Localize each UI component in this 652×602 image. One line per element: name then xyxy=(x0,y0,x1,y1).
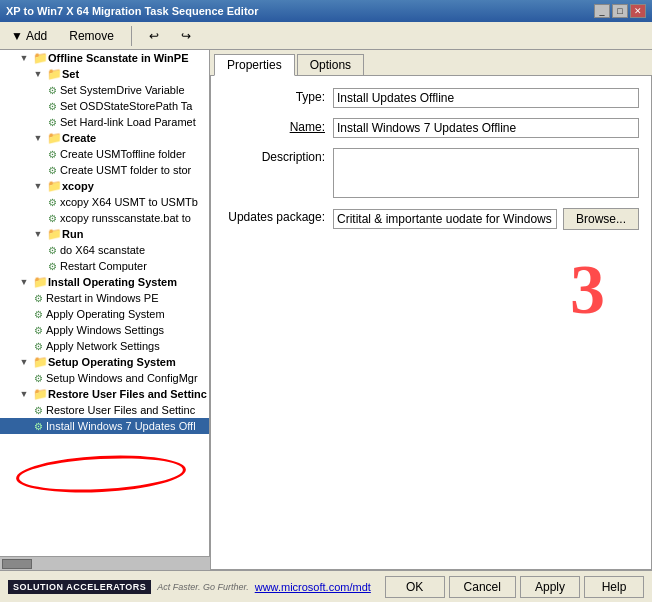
expand-icon: ▼ xyxy=(30,227,46,241)
expand-icon: ▼ xyxy=(30,131,46,145)
folder-icon: 📁 xyxy=(46,67,62,81)
expand-icon: ▼ xyxy=(16,387,32,401)
apply-button[interactable]: Apply xyxy=(520,576,580,598)
minimize-button[interactable]: _ xyxy=(594,4,610,18)
group-label: Offline Scanstate in WinPE xyxy=(48,52,188,64)
tree-item-label: Restore User Files and Settinc xyxy=(46,404,195,416)
tree-item-label: Restart Computer xyxy=(60,260,147,272)
step-icon: ⚙ xyxy=(30,291,46,305)
updates-row: Updates package: Browse... xyxy=(223,208,639,230)
group-set[interactable]: ▼ 📁 Set xyxy=(0,66,209,82)
step-icon: ⚙ xyxy=(44,259,60,273)
description-input[interactable] xyxy=(333,148,639,198)
tree-item-label: Setup Windows and ConfigMgr xyxy=(46,372,198,384)
add-button[interactable]: ▼ Add xyxy=(4,26,54,46)
type-label: Type: xyxy=(223,88,333,104)
tree-item-label: do X64 scanstate xyxy=(60,244,145,256)
redo-icon: ↪ xyxy=(181,29,191,43)
folder-icon: 📁 xyxy=(32,275,48,289)
tree-item-osdstate[interactable]: ⚙ Set OSDStateStorePath Ta xyxy=(0,98,209,114)
updates-input[interactable] xyxy=(333,209,557,229)
description-label: Description: xyxy=(223,148,333,164)
tree-item-restart-pe[interactable]: ⚙ Restart in Windows PE xyxy=(0,290,209,306)
tree-item-label: Create USMToffline folder xyxy=(60,148,186,160)
step-icon: ⚙ xyxy=(44,115,60,129)
undo-button[interactable]: ↩ xyxy=(142,26,166,46)
main-content: ▼ 📁 Offline Scanstate in WinPE ▼ 📁 Set ⚙… xyxy=(0,50,652,570)
step-icon: ⚙ xyxy=(44,195,60,209)
group-install-os[interactable]: ▼ 📁 Install Operating System xyxy=(0,274,209,290)
tree-item-label: xcopy runsscanstate.bat to xyxy=(60,212,191,224)
browse-row: Browse... xyxy=(333,208,639,230)
tree-item-label: Set OSDStateStorePath Ta xyxy=(60,100,192,112)
tree-item-label: Apply Windows Settings xyxy=(46,324,164,336)
tab-options[interactable]: Options xyxy=(297,54,364,75)
tree-item-apply-os[interactable]: ⚙ Apply Operating System xyxy=(0,306,209,322)
group-label: Install Operating System xyxy=(48,276,177,288)
folder-icon: 📁 xyxy=(32,355,48,369)
solution-tagline: Act Faster. Go Further. xyxy=(157,582,248,592)
step-icon: ⚙ xyxy=(44,243,60,257)
horizontal-scrollbar[interactable] xyxy=(0,556,210,570)
group-create[interactable]: ▼ 📁 Create xyxy=(0,130,209,146)
tree-item-hardlink[interactable]: ⚙ Set Hard-link Load Paramet xyxy=(0,114,209,130)
tab-bar: Properties Options xyxy=(210,50,652,76)
group-label: Setup Operating System xyxy=(48,356,176,368)
tree-item-usmt-folder[interactable]: ⚙ Create USMToffline folder xyxy=(0,146,209,162)
bottom-bar: SOLUTION ACCELERATORS Act Faster. Go Fur… xyxy=(0,570,652,602)
tree-item-usmt-folder2[interactable]: ⚙ Create USMT folder to stor xyxy=(0,162,209,178)
step-icon: ⚙ xyxy=(44,163,60,177)
toolbar-separator xyxy=(131,26,132,46)
folder-icon: 📁 xyxy=(46,131,62,145)
ok-button[interactable]: OK xyxy=(385,576,445,598)
tree-item-xcopy64[interactable]: ⚙ xcopy X64 USMT to USMTb xyxy=(0,194,209,210)
group-offline-scanstate[interactable]: ▼ 📁 Offline Scanstate in WinPE xyxy=(0,50,209,66)
group-xcopy[interactable]: ▼ 📁 xcopy xyxy=(0,178,209,194)
tree-item-scanstate[interactable]: ⚙ do X64 scanstate xyxy=(0,242,209,258)
name-input[interactable] xyxy=(333,118,639,138)
name-label: Name: xyxy=(223,118,333,134)
remove-button[interactable]: Remove xyxy=(62,26,121,46)
browse-button[interactable]: Browse... xyxy=(563,208,639,230)
task-sequence-tree: ▼ 📁 Offline Scanstate in WinPE ▼ 📁 Set ⚙… xyxy=(0,50,210,556)
help-button[interactable]: Help xyxy=(584,576,644,598)
maximize-button[interactable]: □ xyxy=(612,4,628,18)
type-input[interactable] xyxy=(333,88,639,108)
tree-item-label: Apply Network Settings xyxy=(46,340,160,352)
folder-icon: 📁 xyxy=(46,179,62,193)
folder-icon: 📁 xyxy=(32,51,48,65)
step-icon: ⚙ xyxy=(44,211,60,225)
add-icon: ▼ xyxy=(11,29,23,43)
group-label: Create xyxy=(62,132,96,144)
step-icon: ⚙ xyxy=(30,339,46,353)
group-label: xcopy xyxy=(62,180,94,192)
name-row: Name: xyxy=(223,118,639,138)
tree-item-setvariable[interactable]: ⚙ Set SystemDrive Variable xyxy=(0,82,209,98)
cancel-button[interactable]: Cancel xyxy=(449,576,516,598)
updates-label: Updates package: xyxy=(223,208,333,224)
group-label: Run xyxy=(62,228,83,240)
bottom-buttons: OK Cancel Apply Help xyxy=(385,576,644,598)
group-setup-os[interactable]: ▼ 📁 Setup Operating System xyxy=(0,354,209,370)
tree-item-restart[interactable]: ⚙ Restart Computer xyxy=(0,258,209,274)
type-row: Type: xyxy=(223,88,639,108)
group-restore-user[interactable]: ▼ 📁 Restore User Files and Settinc xyxy=(0,386,209,402)
tab-properties[interactable]: Properties xyxy=(214,54,295,76)
tree-item-install-updates[interactable]: ⚙ Install Windows 7 Updates Offl xyxy=(0,418,209,434)
step-icon: ⚙ xyxy=(44,99,60,113)
folder-icon: 📁 xyxy=(46,227,62,241)
description-row: Description: xyxy=(223,148,639,198)
step-icon: ⚙ xyxy=(44,147,60,161)
close-button[interactable]: ✕ xyxy=(630,4,646,18)
mdt-link[interactable]: www.microsoft.com/mdt xyxy=(255,581,371,593)
redo-button[interactable]: ↪ xyxy=(174,26,198,46)
window: XP to Win7 X 64 Migration Task Sequence … xyxy=(0,0,652,602)
tree-item-restore-files[interactable]: ⚙ Restore User Files and Settinc xyxy=(0,402,209,418)
right-panel: Properties Options Type: Name: Descripti… xyxy=(210,50,652,570)
tree-item-apply-network[interactable]: ⚙ Apply Network Settings xyxy=(0,338,209,354)
expand-icon: ▼ xyxy=(16,51,32,65)
group-run[interactable]: ▼ 📁 Run xyxy=(0,226,209,242)
tree-item-xcopy-runs[interactable]: ⚙ xcopy runsscanstate.bat to xyxy=(0,210,209,226)
tree-item-apply-windows[interactable]: ⚙ Apply Windows Settings xyxy=(0,322,209,338)
tree-item-setup-windows[interactable]: ⚙ Setup Windows and ConfigMgr xyxy=(0,370,209,386)
